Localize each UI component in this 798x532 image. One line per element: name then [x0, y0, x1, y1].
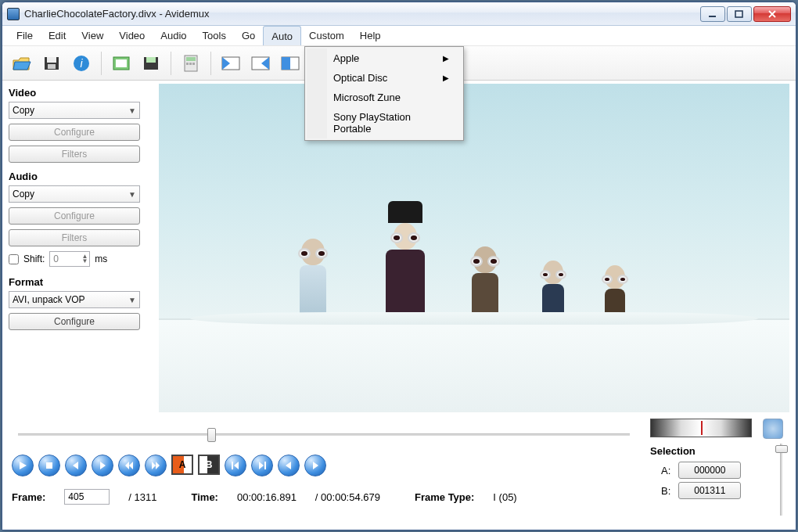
- auto-menu-psp[interactable]: Sony PlayStation Portable: [307, 107, 462, 138]
- selection-a-label: A:: [661, 465, 670, 476]
- audio-configure-button[interactable]: Configure: [9, 207, 140, 225]
- titlebar: CharlieChocolateFactory.divx - Avidemux: [2, 2, 796, 26]
- goto-start-button[interactable]: [225, 455, 246, 476]
- svg-rect-13: [186, 63, 189, 65]
- video-codec-value: Copy: [13, 105, 34, 116]
- prev-black-frame-button[interactable]: [278, 455, 300, 476]
- svg-rect-8: [116, 59, 127, 67]
- menu-tools[interactable]: Tools: [195, 26, 234, 45]
- menu-view[interactable]: View: [74, 26, 111, 45]
- svg-rect-0: [709, 16, 716, 17]
- menu-custom[interactable]: Custom: [301, 26, 352, 45]
- right-pane: Selection A:000000 B:001311: [645, 419, 786, 523]
- svg-rect-20: [46, 462, 52, 469]
- audio-codec-value: Copy: [13, 189, 34, 200]
- maximize-button[interactable]: [727, 6, 752, 22]
- menu-go[interactable]: Go: [234, 26, 263, 45]
- menu-audio[interactable]: Audio: [153, 26, 194, 45]
- next-frame-button[interactable]: [92, 455, 113, 476]
- svg-rect-12: [186, 57, 196, 61]
- app-icon: [7, 8, 20, 20]
- svg-rect-10: [146, 57, 156, 63]
- dd-label: Optical Disc: [333, 72, 387, 84]
- toolbar-separator: [101, 52, 102, 75]
- audio-shift-row: Shift: 0▲▼ ms: [9, 251, 153, 267]
- stop-button[interactable]: [38, 455, 60, 476]
- save-button[interactable]: [38, 50, 65, 77]
- toolbar-separator: [171, 52, 171, 75]
- app-window: CharlieChocolateFactory.divx - Avidemux …: [2, 2, 796, 530]
- frame-input[interactable]: [64, 489, 110, 505]
- next-black-frame-button[interactable]: [304, 455, 326, 476]
- goto-end-button[interactable]: [251, 455, 273, 476]
- menu-auto[interactable]: Auto: [263, 26, 301, 45]
- time-total: / 00:00:54.679: [315, 491, 380, 503]
- selection-a-value[interactable]: 000000: [678, 462, 741, 479]
- format-value: AVI, unpack VOP: [13, 294, 85, 305]
- play-button[interactable]: [12, 455, 34, 476]
- load-script-button[interactable]: [108, 50, 135, 77]
- format-configure-button[interactable]: Configure: [9, 313, 140, 330]
- chevron-down-icon: ▼: [128, 106, 136, 115]
- svg-rect-22: [264, 462, 266, 469]
- set-marker-b-button[interactable]: B: [198, 455, 220, 475]
- filter-preview-button[interactable]: [277, 50, 304, 77]
- jog-wheel[interactable]: [650, 419, 752, 437]
- menu-edit[interactable]: Edit: [41, 26, 74, 45]
- bottom-panel: A B Frame: / 1311 Time: 00:00:16.891 / 0…: [2, 415, 796, 530]
- video-filters-button[interactable]: Filters: [9, 146, 140, 163]
- selection-b-value[interactable]: 001311: [678, 482, 741, 499]
- left-panel: Video Copy▼ Configure Filters Audio Copy…: [2, 81, 159, 415]
- next-keyframe-button[interactable]: [145, 455, 167, 476]
- volume-slider[interactable]: [775, 444, 786, 516]
- menu-file[interactable]: File: [9, 26, 41, 45]
- minimize-button[interactable]: [700, 6, 725, 22]
- frame-label: Frame:: [12, 491, 45, 503]
- time-label: Time:: [192, 491, 218, 503]
- window-title: CharlieChocolateFactory.divx - Avidemux: [24, 8, 699, 20]
- svg-rect-3: [47, 57, 56, 63]
- open-file-button[interactable]: [9, 50, 35, 77]
- video-codec-select[interactable]: Copy▼: [9, 102, 140, 119]
- save-script-button[interactable]: [138, 50, 164, 77]
- video-preview: [159, 84, 789, 412]
- stepper-arrows-icon: ▲▼: [81, 254, 88, 264]
- timeline-track: [18, 433, 630, 436]
- svg-rect-1: [735, 11, 742, 17]
- menu-help[interactable]: Help: [352, 26, 389, 45]
- close-button[interactable]: [753, 6, 791, 22]
- auto-menu-apple[interactable]: Apple▶: [307, 49, 462, 68]
- audio-codec-select[interactable]: Copy▼: [9, 185, 140, 203]
- chevron-down-icon: ▼: [128, 296, 136, 304]
- audio-shift-label: Shift:: [23, 253, 45, 264]
- audio-group-label: Audio: [9, 171, 153, 182]
- auto-menu-optical-disc[interactable]: Optical Disc▶: [307, 68, 462, 88]
- auto-menu-zune[interactable]: Microsoft Zune: [307, 88, 462, 107]
- scrub-wheel-button[interactable]: [763, 419, 783, 439]
- audio-shift-stepper[interactable]: 0▲▼: [49, 251, 90, 267]
- chevron-down-icon: ▼: [128, 190, 136, 199]
- timeline-thumb[interactable]: [207, 428, 216, 442]
- timeline-slider[interactable]: [18, 428, 630, 440]
- svg-rect-15: [192, 63, 195, 65]
- audio-shift-value: 0: [53, 253, 59, 264]
- marker-a-toolbar-button[interactable]: [217, 50, 244, 77]
- menu-video[interactable]: Video: [111, 26, 153, 45]
- video-configure-button[interactable]: Configure: [9, 124, 140, 141]
- calculator-button[interactable]: [178, 50, 204, 77]
- format-select[interactable]: AVI, unpack VOP▼: [9, 291, 140, 308]
- auto-menu-dropdown: Apple▶ Optical Disc▶ Microsoft Zune Sony…: [304, 46, 464, 141]
- svg-rect-14: [189, 63, 192, 65]
- set-marker-a-button[interactable]: A: [171, 455, 193, 475]
- audio-filters-button[interactable]: Filters: [9, 229, 140, 246]
- video-group-label: Video: [9, 87, 153, 99]
- audio-shift-checkbox[interactable]: [9, 254, 19, 264]
- dd-label: Sony PlayStation Portable: [333, 111, 449, 135]
- prev-keyframe-button[interactable]: [118, 455, 140, 476]
- selection-title: Selection: [650, 445, 786, 457]
- prev-frame-button[interactable]: [65, 455, 87, 476]
- info-button[interactable]: i: [68, 50, 95, 77]
- selection-b-label: B:: [661, 485, 670, 497]
- submenu-arrow-icon: ▶: [443, 74, 449, 82]
- marker-b-toolbar-button[interactable]: [247, 50, 274, 77]
